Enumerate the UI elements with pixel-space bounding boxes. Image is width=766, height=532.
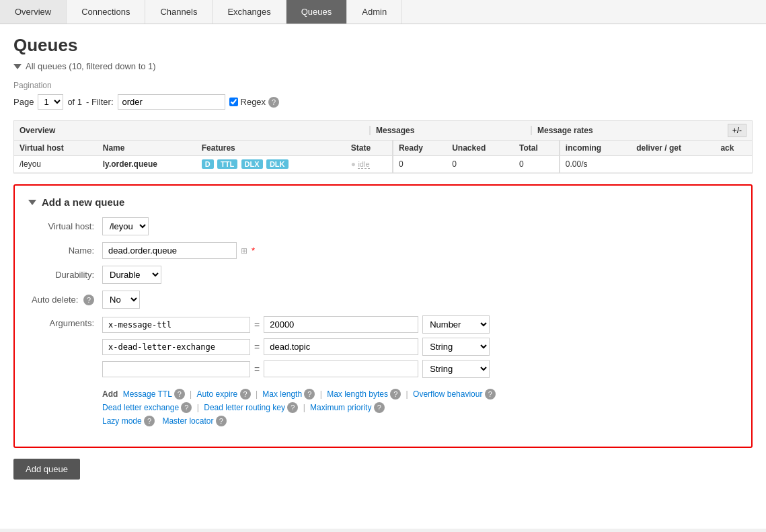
- add-links-row-1: Add Message TTL ? | Auto expire ? | Max …: [102, 389, 496, 400]
- add-queue-section: Add a new queue Virtual host: /leyou Nam…: [13, 184, 753, 448]
- pagination-section: Pagination Page 1 of 1 - Filter: Regex ?: [13, 81, 753, 110]
- tab-channels[interactable]: Channels: [145, 0, 213, 24]
- page-label: Page: [13, 97, 34, 107]
- regex-label: Regex: [241, 97, 266, 107]
- main-content: Queues All queues (10, filtered down to …: [0, 24, 766, 529]
- link-dead-letter-routing-key[interactable]: Dead letter routing key: [204, 403, 285, 412]
- badge-ttl: TTL: [217, 159, 237, 169]
- filter-input[interactable]: [118, 94, 225, 110]
- dead-letter-routing-key-help[interactable]: ?: [287, 402, 298, 413]
- cell-ack: [715, 156, 752, 173]
- all-queues-label: All queues (10, filtered down to 1): [26, 61, 156, 71]
- arg-val-3[interactable]: [264, 360, 418, 377]
- name-row: Name: ⊞ *: [28, 242, 738, 259]
- badge-dlx: DLX: [241, 159, 263, 169]
- col-unacked: Unacked: [447, 141, 514, 156]
- cell-state: ● idle: [346, 156, 393, 173]
- all-queues-header: All queues (10, filtered down to 1): [13, 61, 753, 71]
- col-ack: ack: [715, 141, 752, 156]
- link-dead-letter-exchange[interactable]: Dead letter exchange: [102, 403, 179, 412]
- arg-type-1[interactable]: Number String: [422, 315, 490, 334]
- state-label: idle: [358, 160, 369, 169]
- arg-val-1[interactable]: [264, 316, 418, 333]
- link-overflow-behaviour[interactable]: Overflow behaviour: [413, 389, 482, 399]
- col-deliver-get: deliver / get: [631, 141, 715, 156]
- add-queue-button[interactable]: Add queue: [13, 459, 80, 480]
- col-features: Features: [196, 141, 346, 156]
- maximum-priority-help[interactable]: ?: [374, 402, 385, 413]
- auto-delete-label: Auto delete: ?: [28, 295, 102, 305]
- tab-admin[interactable]: Admin: [347, 0, 402, 24]
- virtual-host-select[interactable]: /leyou: [102, 217, 149, 235]
- table-row[interactable]: /leyou ly.order.queue D TTL DLX DLK ● id…: [14, 156, 752, 173]
- cell-name: ly.order.queue: [98, 156, 196, 173]
- arg-row-2: = String Number: [102, 338, 496, 356]
- auto-delete-help-icon[interactable]: ?: [83, 295, 94, 305]
- cell-virtual-host: /leyou: [14, 156, 98, 173]
- durability-select[interactable]: Durable Transient: [102, 266, 161, 284]
- name-icon[interactable]: ⊞: [241, 246, 247, 256]
- arg-type-2[interactable]: String Number: [422, 338, 490, 356]
- virtual-host-row: Virtual host: /leyou: [28, 217, 738, 235]
- cell-incoming: 0.00/s: [560, 156, 631, 173]
- add-links-area: Add Message TTL ? | Auto expire ? | Max …: [102, 389, 496, 429]
- link-message-ttl[interactable]: Message TTL: [123, 389, 172, 399]
- add-queue-collapse-icon[interactable]: [28, 200, 36, 205]
- auto-delete-select[interactable]: No Yes: [102, 291, 140, 309]
- arg-type-3[interactable]: String Number: [422, 360, 490, 378]
- overflow-behaviour-help[interactable]: ?: [485, 389, 496, 400]
- regex-checkbox[interactable]: [229, 98, 238, 106]
- lazy-mode-help[interactable]: ?: [144, 416, 155, 426]
- tab-exchanges[interactable]: Exchanges: [213, 0, 286, 24]
- arg-val-2[interactable]: [264, 338, 418, 355]
- section-message-rates: Message rates: [531, 126, 728, 135]
- pagination-label: Pagination: [13, 81, 753, 90]
- col-name: Name: [98, 141, 196, 156]
- add-queue-header: Add a new queue: [28, 196, 738, 208]
- master-locator-help[interactable]: ?: [216, 416, 227, 426]
- arg-row-1: = Number String: [102, 315, 496, 334]
- message-ttl-help[interactable]: ?: [174, 389, 185, 400]
- auto-delete-row: Auto delete: ? No Yes: [28, 291, 738, 309]
- virtual-host-label: Virtual host:: [28, 221, 102, 231]
- link-maximum-priority[interactable]: Maximum priority: [310, 403, 371, 412]
- collapse-icon[interactable]: [13, 64, 22, 69]
- link-lazy-mode[interactable]: Lazy mode: [102, 416, 142, 426]
- add-links-row-3: Lazy mode ? Master locator ?: [102, 416, 496, 426]
- arg-key-1[interactable]: [102, 317, 250, 333]
- tab-overview[interactable]: Overview: [0, 0, 67, 24]
- arg-key-2[interactable]: [102, 339, 250, 355]
- tab-queues[interactable]: Queues: [286, 0, 348, 24]
- col-incoming: incoming: [560, 141, 631, 156]
- link-max-length-bytes[interactable]: Max length bytes: [327, 389, 388, 399]
- queue-table-wrapper: Overview Messages Message rates +/- Virt…: [13, 120, 753, 174]
- link-master-locator[interactable]: Master locator: [162, 416, 213, 426]
- name-label: Name:: [28, 245, 102, 256]
- arguments-inputs: = Number String = String Number: [102, 315, 496, 429]
- tab-connections[interactable]: Connections: [67, 0, 145, 24]
- badge-d: D: [202, 159, 214, 169]
- cell-ready: 0: [393, 156, 447, 173]
- cell-total: 0: [514, 156, 560, 173]
- arg-key-3[interactable]: [102, 361, 250, 377]
- name-input-area: ⊞ *: [102, 242, 255, 259]
- link-max-length[interactable]: Max length: [262, 389, 302, 399]
- pagination-row: Page 1 of 1 - Filter: Regex ?: [13, 94, 753, 110]
- arg-eq-2: =: [254, 342, 260, 352]
- auto-expire-help[interactable]: ?: [240, 389, 251, 400]
- regex-help-icon[interactable]: ?: [268, 97, 279, 108]
- queue-table: Virtual host Name Features State Ready U…: [14, 141, 752, 173]
- link-auto-expire[interactable]: Auto expire: [197, 389, 238, 399]
- top-navigation: Overview Connections Channels Exchanges …: [0, 0, 766, 24]
- col-total: Total: [514, 141, 560, 156]
- cell-unacked: 0: [447, 156, 514, 173]
- max-length-help[interactable]: ?: [304, 389, 315, 400]
- plus-minus-button[interactable]: +/-: [728, 124, 746, 137]
- page-select[interactable]: 1: [38, 94, 63, 110]
- name-input[interactable]: [102, 242, 237, 259]
- dead-letter-exchange-help[interactable]: ?: [181, 402, 192, 413]
- of-label: of 1: [67, 97, 82, 107]
- cell-deliver-get: [631, 156, 715, 173]
- max-length-bytes-help[interactable]: ?: [390, 389, 401, 400]
- add-links-row-2: Dead letter exchange ? | Dead letter rou…: [102, 402, 496, 413]
